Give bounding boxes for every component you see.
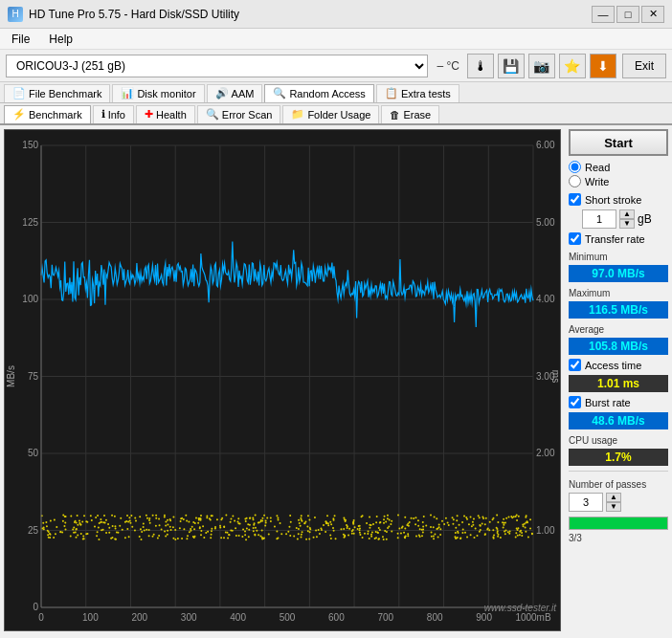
burst-rate-checkbox[interactable]: Burst rate <box>569 396 668 408</box>
tab-info-label: Info <box>108 109 125 121</box>
window-controls: — □ ✕ <box>592 6 664 23</box>
tab-benchmark-label: Benchmark <box>29 109 82 121</box>
progress-bar-fill <box>570 517 667 529</box>
access-time-value: 1.01 ms <box>569 375 668 392</box>
right-panel: Start Read Write Short stroke 1 ▲ ▼ gB <box>565 125 672 635</box>
cpu-usage-label: CPU usage <box>569 435 668 446</box>
app-title: HD Tune Pro 5.75 - Hard Disk/SSD Utility <box>29 8 239 21</box>
menu-bar: File Help <box>0 29 672 50</box>
burst-rate-value: 48.6 MB/s <box>569 412 668 429</box>
tab-extra-tests-label: Extra tests <box>401 88 451 99</box>
aam-icon: 🔊 <box>215 87 229 99</box>
transfer-rate-checkbox[interactable]: Transfer rate <box>569 232 668 245</box>
health-icon: ✚ <box>145 108 153 121</box>
start-button[interactable]: Start <box>569 129 668 156</box>
health-icon-btn[interactable]: 🌡 <box>467 54 494 78</box>
read-label: Read <box>585 162 610 173</box>
tab-file-benchmark-label: File Benchmark <box>29 88 101 99</box>
tab-random-access-label: Random Access <box>289 88 365 99</box>
menu-help[interactable]: Help <box>41 31 80 48</box>
watermark: www.ssd-tester.it <box>484 603 556 613</box>
close-button[interactable]: ✕ <box>641 6 664 23</box>
minimize-button[interactable]: — <box>592 6 615 23</box>
disk-monitor-icon: 📊 <box>121 87 134 99</box>
burst-rate-label: Burst rate <box>585 397 631 408</box>
benchmark-icon: ⚡ <box>12 108 26 121</box>
download-icon-btn[interactable]: ⬇ <box>590 54 616 78</box>
tab-disk-monitor[interactable]: 📊 Disk monitor <box>112 84 204 102</box>
tab-folder-usage-label: Folder Usage <box>307 109 370 121</box>
drive-selector[interactable]: ORICOU3-J (251 gB) <box>6 55 428 77</box>
tab-benchmark[interactable]: ⚡ Benchmark <box>4 105 91 123</box>
short-stroke-row: 1 ▲ ▼ gB <box>582 209 668 229</box>
minimum-value: 97.0 MB/s <box>569 265 668 282</box>
read-write-radio: Read Write <box>569 161 668 187</box>
folder-icon-btn[interactable]: 📷 <box>528 54 555 78</box>
tab-error-scan-label: Error Scan <box>222 109 273 121</box>
exit-button[interactable]: Exit <box>622 54 666 78</box>
tab-folder-usage[interactable]: 📁 Folder Usage <box>282 105 379 123</box>
tab-info[interactable]: ℹ Info <box>93 105 134 123</box>
benchmark-chart <box>5 130 560 630</box>
tab-erase-label: Erase <box>403 109 431 121</box>
tab-error-scan[interactable]: 🔍 Error Scan <box>197 105 281 123</box>
short-stroke-input[interactable]: 1 <box>582 209 616 229</box>
main-content: www.ssd-tester.it Start Read Write Short… <box>0 125 672 635</box>
passes-up[interactable]: ▲ <box>606 493 621 502</box>
maximize-button[interactable]: □ <box>616 6 639 23</box>
extra-tests-icon: 📋 <box>385 87 398 99</box>
maximum-value: 116.5 MB/s <box>569 301 668 319</box>
access-time-label: Access time <box>585 360 641 371</box>
read-radio[interactable]: Read <box>569 161 668 173</box>
chart-area: www.ssd-tester.it <box>4 129 561 631</box>
tab-file-benchmark[interactable]: 📄 File Benchmark <box>4 84 110 102</box>
write-label: Write <box>585 176 609 187</box>
average-label: Average <box>569 324 668 335</box>
info-icon-btn[interactable]: 💾 <box>498 54 525 78</box>
tab-random-access[interactable]: 🔍 Random Access <box>264 84 373 102</box>
divider <box>569 471 668 472</box>
title-bar-left: H HD Tune Pro 5.75 - Hard Disk/SSD Utili… <box>8 7 239 22</box>
tab-erase[interactable]: 🗑 Erase <box>381 105 439 123</box>
temp-display: – °C <box>434 59 463 73</box>
tab-row-top: 📄 File Benchmark 📊 Disk monitor 🔊 AAM 🔍 … <box>0 82 672 103</box>
short-stroke-up[interactable]: ▲ <box>619 209 635 219</box>
passes-input[interactable] <box>569 493 603 512</box>
tabs-wrapper: 📄 File Benchmark 📊 Disk monitor 🔊 AAM 🔍 … <box>0 82 672 125</box>
info-icon: ℹ <box>101 108 105 121</box>
progress-label: 3/3 <box>569 533 668 543</box>
error-scan-icon: 🔍 <box>206 108 219 121</box>
drive-bar: ORICOU3-J (251 gB) – °C 🌡 💾 📷 ⭐ ⬇ Exit <box>0 50 672 82</box>
progress-bar <box>569 517 668 530</box>
drive-icon-bar: – °C 🌡 💾 📷 ⭐ ⬇ <box>434 54 616 78</box>
passes-label: Number of passes <box>569 479 668 490</box>
title-bar: H HD Tune Pro 5.75 - Hard Disk/SSD Utili… <box>0 0 672 29</box>
transfer-rate-label: Transfer rate <box>585 233 645 245</box>
tab-health[interactable]: ✚ Health <box>136 105 195 123</box>
random-access-icon: 🔍 <box>273 87 286 99</box>
app-icon: H <box>8 7 23 22</box>
write-radio[interactable]: Write <box>569 175 668 187</box>
short-stroke-label: Short stroke <box>585 194 641 206</box>
short-stroke-checkbox[interactable]: Short stroke <box>569 193 668 206</box>
short-stroke-down[interactable]: ▼ <box>619 219 635 229</box>
tab-health-label: Health <box>156 109 187 121</box>
menu-file[interactable]: File <box>4 31 37 48</box>
tab-disk-monitor-label: Disk monitor <box>137 88 195 99</box>
short-stroke-unit: gB <box>638 212 652 226</box>
tab-extra-tests[interactable]: 📋 Extra tests <box>376 84 459 102</box>
passes-row: ▲ ▼ <box>569 493 668 512</box>
folder-usage-icon: 📁 <box>291 108 304 121</box>
maximum-label: Maximum <box>569 288 668 298</box>
passes-down[interactable]: ▼ <box>606 502 621 512</box>
average-value: 105.8 MB/s <box>569 338 668 355</box>
erase-icon: 🗑 <box>390 109 400 121</box>
access-time-checkbox[interactable]: Access time <box>569 359 668 371</box>
minimum-label: Minimum <box>569 252 668 262</box>
tab-aam-label: AAM <box>232 88 255 99</box>
tab-aam[interactable]: 🔊 AAM <box>207 84 263 102</box>
star-icon-btn[interactable]: ⭐ <box>559 54 586 78</box>
tab-row-bottom: ⚡ Benchmark ℹ Info ✚ Health 🔍 Error Scan… <box>0 103 672 125</box>
file-benchmark-icon: 📄 <box>12 87 26 99</box>
cpu-usage-value: 1.7% <box>569 449 668 466</box>
